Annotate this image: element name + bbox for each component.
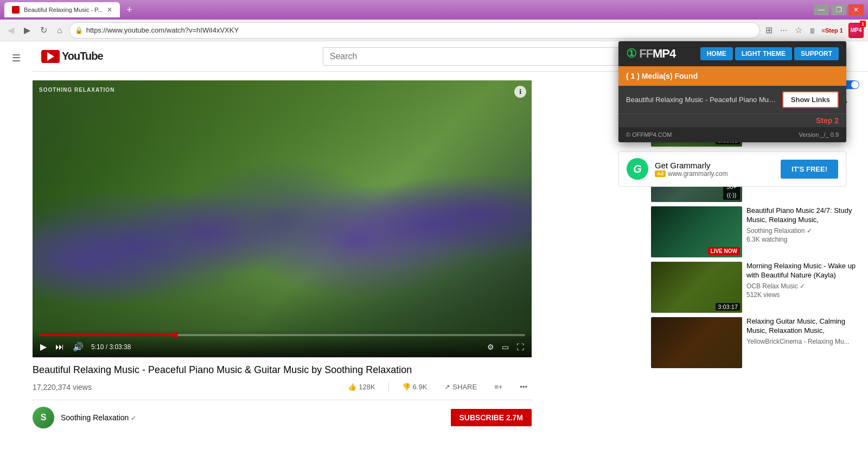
- ext-step2-label: Step 2: [618, 114, 846, 127]
- video-soothing-label: SOOTHING RELAXATION: [39, 87, 114, 93]
- window-controls: — ❐ ✕: [814, 4, 864, 15]
- ext-media-title: Beautiful Relaxing Music - Peaceful Pian…: [626, 96, 778, 104]
- video-card-4[interactable]: 3:03:17 Morning Relaxing Music - Wake up…: [651, 262, 859, 313]
- add-to-btn[interactable]: ≡+: [490, 381, 507, 393]
- video-card-info-4: Morning Relaxing Music - Wake up with Be…: [746, 262, 859, 313]
- ext-copyright: © OFFMP4.COM: [626, 131, 672, 138]
- ext-home-btn[interactable]: HOME: [700, 47, 733, 60]
- video-info-icon[interactable]: ℹ: [514, 86, 526, 98]
- grammarly-url-row: Ad www.grammarly.com: [655, 170, 774, 178]
- new-tab-btn[interactable]: +: [126, 4, 132, 16]
- grammarly-ad-badge: Ad: [655, 171, 666, 177]
- channel-info: Soothing Relaxation ✓: [61, 413, 136, 422]
- yt-play-triangle: [47, 52, 54, 61]
- ctrl-right: ⚙ ▭ ⛶: [486, 342, 525, 352]
- verified-icon: ✓: [131, 414, 136, 422]
- yt-search-input[interactable]: [323, 47, 614, 66]
- home-btn[interactable]: ⌂: [54, 23, 66, 37]
- like-btn[interactable]: 👍 128K: [343, 381, 379, 393]
- play-btn[interactable]: ▶: [39, 340, 48, 353]
- ext-header: ① FFMP4 HOME LIGHT THEME SUPPORT: [618, 41, 846, 66]
- settings-btn[interactable]: ⚙: [486, 342, 495, 352]
- extension-btn[interactable]: MP4 1: [848, 23, 864, 38]
- close-btn[interactable]: ✕: [848, 4, 864, 15]
- grid-icon[interactable]: ⊞: [763, 23, 775, 37]
- video-card-3[interactable]: LIVE NOW Beautiful Piano Music 24/7: Stu…: [651, 206, 859, 257]
- more-btn[interactable]: ···: [778, 23, 789, 37]
- more-actions-btn[interactable]: •••: [515, 381, 532, 393]
- progress-bar[interactable]: [39, 334, 525, 336]
- controls-row: ▶ ⏭ 🔊 5:10 / 3:03:38 ⚙ ▭ ⛶: [39, 340, 525, 353]
- video-thumb-4: 3:03:17: [651, 262, 742, 313]
- ext-logo-ff: FF: [639, 47, 653, 60]
- volume-btn[interactable]: 🔊: [72, 340, 85, 353]
- address-bar[interactable]: 🔒 https://www.youtube.com/watch?v=hIWiI4…: [69, 22, 760, 39]
- yt-logo[interactable]: YouTube: [41, 50, 103, 63]
- channel-avatar: S: [33, 407, 54, 428]
- yt-logo-icon: [41, 50, 60, 63]
- miniplayer-btn[interactable]: ▭: [501, 342, 510, 352]
- video-bg: [33, 80, 532, 357]
- video-card-info-3: Beautiful Piano Music 24/7: Study Music,…: [746, 206, 859, 257]
- subscribe-btn[interactable]: SUBSCRIBE 2.7M: [451, 409, 532, 426]
- video-thumb-5: [651, 317, 742, 368]
- thumb-duration-4: 3:03:17: [716, 303, 740, 311]
- card-views-4: 512K views: [746, 291, 859, 299]
- ext-show-links-btn[interactable]: Show Links: [782, 91, 839, 108]
- autoplay-knob: [851, 81, 859, 89]
- maximize-btn[interactable]: ❐: [831, 4, 846, 15]
- ext-logo: ① FFMP4: [626, 47, 675, 61]
- notification-badge: 1: [860, 21, 866, 27]
- yt-left-sidebar: ☰: [0, 41, 33, 467]
- extension-icon: MP4: [851, 27, 862, 33]
- hamburger-icon[interactable]: ☰: [8, 48, 25, 68]
- share-icon: ↗: [444, 383, 450, 391]
- video-time: 5:10 / 3:03:38: [91, 343, 131, 351]
- bookmarks-icon: ||||: [808, 25, 816, 36]
- channel-row: S Soothing Relaxation ✓ SUBSCRIBE 2.7M: [33, 400, 532, 428]
- bookmark-star-icon[interactable]: ☆: [793, 23, 805, 37]
- card-watching-3: 6.3K watching: [746, 236, 859, 243]
- video-views: 17,220,374 views: [33, 383, 92, 392]
- yt-search-container: 🔍: [323, 47, 648, 66]
- tab-favicon: [12, 6, 20, 14]
- back-btn[interactable]: ◀: [4, 23, 17, 37]
- browser-tab[interactable]: Beautiful Relaxing Music - P... ✕: [4, 2, 120, 17]
- grammarly-url: www.grammarly.com: [668, 170, 727, 178]
- video-info: Beautiful Relaxing Music - Peaceful Pian…: [33, 357, 532, 435]
- video-player[interactable]: SOOTHING RELAXATION ℹ ▶ ⏭ 🔊: [33, 80, 532, 357]
- ext-footer: © OFFMP4.COM Version _/_ 0.9: [618, 127, 846, 142]
- reload-btn[interactable]: ↻: [37, 23, 50, 37]
- ext-support-btn[interactable]: SUPPORT: [794, 47, 839, 60]
- dislike-btn[interactable]: 👎 6.9K: [398, 381, 432, 393]
- fullscreen-btn[interactable]: ⛶: [515, 342, 525, 352]
- ext-logo-circle: ①: [626, 47, 636, 60]
- ext-light-theme-btn[interactable]: LIGHT THEME: [735, 47, 792, 60]
- share-btn[interactable]: ↗ SHARE: [440, 381, 481, 393]
- card-title-5: Relaxing Guitar Music, Calming Music, Re…: [746, 317, 859, 336]
- grammarly-name: Get Grammarly: [655, 161, 774, 170]
- card-channel-3: Soothing Relaxation ✓: [746, 227, 859, 235]
- grammarly-cta-btn[interactable]: IT'S FREE!: [781, 160, 838, 179]
- card-title-4: Morning Relaxing Music - Wake up with Be…: [746, 262, 859, 280]
- forward-btn[interactable]: ▶: [21, 23, 34, 37]
- url-text: https://www.youtube.com/watch?v=hIWiI4xV…: [86, 26, 754, 34]
- thumbs-down-icon: 👎: [402, 383, 411, 391]
- minimize-btn[interactable]: —: [814, 4, 829, 15]
- video-card-info-5: Relaxing Guitar Music, Calming Music, Re…: [746, 317, 859, 368]
- ext-version: Version _/_ 0.9: [799, 131, 839, 138]
- card-channel-5: YellowBrickCinema - Relaxing Mu...: [746, 338, 859, 345]
- grammarly-info: Get Grammarly Ad www.grammarly.com: [655, 161, 774, 178]
- video-meta: 17,220,374 views 👍 128K 👎 6.9K: [33, 381, 532, 393]
- card-channel-4: OCB Relax Music ✓: [746, 282, 859, 290]
- ext-found-bar: ( 1 ) Media(s) Found: [618, 66, 846, 86]
- security-lock-icon: 🔒: [75, 27, 83, 34]
- tab-close-btn[interactable]: ✕: [107, 6, 112, 14]
- card-title-3: Beautiful Piano Music 24/7: Study Music,…: [746, 206, 859, 225]
- yt-primary: SOOTHING RELAXATION ℹ ▶ ⏭ 🔊: [33, 72, 651, 467]
- video-card-5[interactable]: Relaxing Guitar Music, Calming Music, Re…: [651, 317, 859, 368]
- next-btn[interactable]: ⏭: [54, 341, 65, 353]
- video-thumb-3: LIVE NOW: [651, 206, 742, 257]
- add-icon: ≡+: [494, 383, 502, 391]
- bookmarks-text: ≡Step 1: [820, 25, 845, 36]
